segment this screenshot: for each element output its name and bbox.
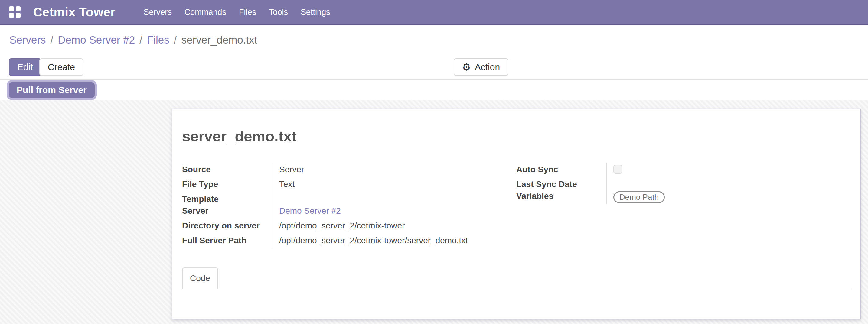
field-label: Full Server Path: [182, 234, 273, 249]
server-link[interactable]: Demo Server #2: [279, 206, 341, 216]
field-group-right: Auto Sync Last Sync Date Variables Demo …: [516, 163, 850, 249]
menu-item-commands[interactable]: Commands: [178, 0, 232, 25]
menu-item-files[interactable]: Files: [232, 0, 262, 25]
gear-icon: ⚙: [462, 62, 471, 72]
field-value: /opt/demo_server_2/cetmix-tower/server_d…: [273, 234, 468, 249]
action-button[interactable]: ⚙ Action: [454, 58, 508, 76]
form-sheet: server_demo.txt Source Server File Type …: [172, 108, 861, 320]
create-button[interactable]: Create: [39, 58, 84, 76]
form-statusbar: Pull from Server: [0, 80, 868, 100]
field-label: File Type: [182, 178, 273, 193]
field-row-auto-sync: Auto Sync: [516, 163, 850, 178]
field-label: Template: [182, 193, 273, 204]
apps-grid-square: [16, 13, 21, 18]
notebook: Code: [182, 267, 850, 319]
breadcrumb: Servers / Demo Server #2 / Files / serve…: [0, 25, 868, 55]
auto-sync-checkbox[interactable]: [613, 165, 622, 174]
field-label: Variables: [516, 190, 607, 204]
field-value: Server: [273, 163, 304, 178]
breadcrumb-demo-server[interactable]: Demo Server #2: [58, 34, 135, 46]
apps-grid-square: [16, 6, 21, 11]
app-brand[interactable]: Cetmix Tower: [33, 5, 116, 19]
field-label: Server: [182, 204, 273, 219]
field-row-server: Server Demo Server #2: [182, 204, 516, 219]
tab-content-code: [182, 289, 850, 319]
field-groups: Source Server File Type Text Template Se…: [182, 163, 850, 249]
field-row-file-type: File Type Text: [182, 178, 516, 193]
breadcrumb-servers[interactable]: Servers: [9, 34, 46, 46]
main-menu: Servers Commands Files Tools Settings: [137, 0, 337, 25]
breadcrumb-separator: /: [140, 34, 143, 46]
field-row-full-path: Full Server Path /opt/demo_server_2/cetm…: [182, 234, 516, 249]
field-label: Last Sync Date: [516, 178, 607, 190]
field-label: Auto Sync: [516, 163, 607, 178]
page-title: server_demo.txt: [182, 128, 850, 145]
field-value: [273, 193, 279, 204]
breadcrumb-separator: /: [51, 34, 54, 46]
field-row-source: Source Server: [182, 163, 516, 178]
field-row-template: Template: [182, 193, 516, 204]
form-view-background: server_demo.txt Source Server File Type …: [0, 100, 868, 324]
field-value: /opt/demo_server_2/cetmix-tower: [273, 219, 405, 234]
menu-item-settings[interactable]: Settings: [294, 0, 337, 25]
field-row-last-sync-date: Last Sync Date: [516, 178, 850, 190]
variable-tag: Demo Path: [613, 191, 665, 203]
menu-item-tools[interactable]: Tools: [262, 0, 294, 25]
field-label: Source: [182, 163, 273, 178]
field-label: Directory on server: [182, 219, 273, 234]
pull-from-server-button[interactable]: Pull from Server: [9, 82, 95, 98]
apps-grid-square: [9, 13, 14, 18]
menu-item-servers[interactable]: Servers: [137, 0, 178, 25]
field-row-directory: Directory on server /opt/demo_server_2/c…: [182, 219, 516, 234]
apps-grid-square: [9, 6, 14, 11]
edit-button[interactable]: Edit: [9, 58, 41, 76]
field-value: [607, 178, 613, 190]
action-button-label: Action: [475, 62, 500, 72]
tab-code[interactable]: Code: [182, 267, 218, 289]
control-panel: Edit Create ⚙ Action: [0, 55, 868, 80]
breadcrumb-separator: /: [174, 34, 177, 46]
field-value: Text: [273, 178, 294, 193]
top-navbar: Cetmix Tower Servers Commands Files Tool…: [0, 0, 868, 25]
field-group-left: Source Server File Type Text Template Se…: [182, 163, 516, 249]
field-row-variables: Variables Demo Path: [516, 190, 850, 204]
apps-menu-icon[interactable]: [9, 6, 21, 19]
breadcrumb-files[interactable]: Files: [147, 34, 169, 46]
tab-bar: Code: [182, 267, 850, 289]
breadcrumb-current-file: server_demo.txt: [182, 34, 257, 46]
